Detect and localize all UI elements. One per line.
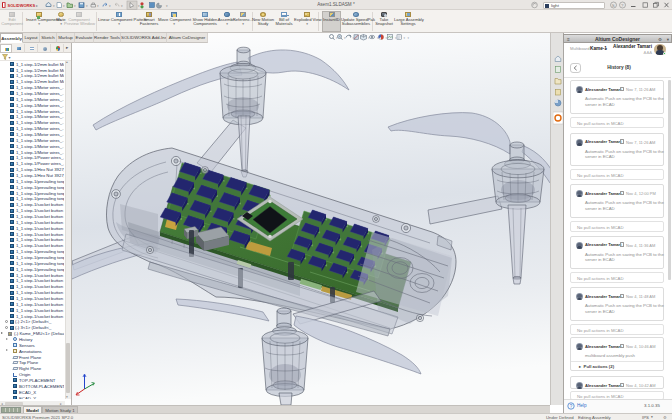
svg-text:▾: ▾ <box>138 4 140 8</box>
svg-text:▾: ▾ <box>63 4 65 8</box>
svg-text:▾: ▾ <box>86 4 88 8</box>
svg-text:▸: ▸ <box>36 3 38 8</box>
svg-text:▾: ▾ <box>121 4 123 8</box>
svg-text:▾: ▾ <box>9 55 11 60</box>
svg-text:S: S <box>612 3 615 8</box>
svg-text:?: ? <box>570 404 573 409</box>
svg-text:▾: ▾ <box>97 4 99 8</box>
svg-text:▾: ▾ <box>53 4 55 8</box>
svg-text:SOLIDWORKS: SOLIDWORKS <box>8 3 36 8</box>
svg-text:▾: ▾ <box>109 4 111 8</box>
svg-text:?: ? <box>621 3 624 8</box>
svg-text:▾: ▾ <box>74 4 76 8</box>
svg-text:▾: ▾ <box>166 4 168 8</box>
